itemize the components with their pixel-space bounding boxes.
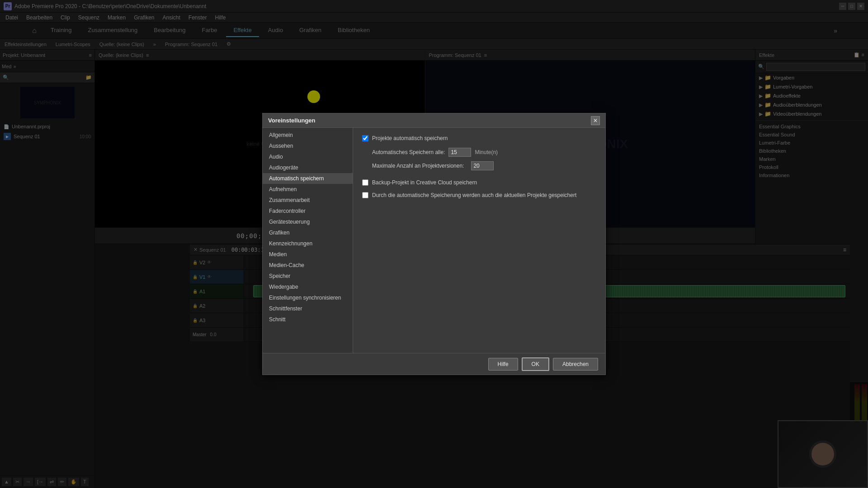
max-versions-row: Maximale Anzahl an Projektversionen: [372, 161, 596, 170]
dialog-nav-item-aussehen[interactable]: Aussehen [263, 141, 353, 151]
auto-save-label: Projekte automatisch speichern [372, 135, 448, 141]
dialog-title-bar: Voreinstellungen ✕ [263, 113, 605, 128]
dialog-body: AllgemeinAussehenAudioAudiogeräteAutomat… [263, 128, 605, 353]
max-versions-input[interactable] [471, 161, 494, 170]
backup-cloud-label: Backup-Projekt in Creative Cloud speiche… [372, 179, 477, 186]
current-projects-checkbox[interactable] [362, 192, 368, 198]
dialog-close-button[interactable]: ✕ [591, 116, 600, 125]
dialog-nav-item-medien[interactable]: Medien [263, 249, 353, 260]
dialog-nav-item-automatisch-speichern[interactable]: Automatisch speichern [263, 173, 353, 184]
dialog-footer: Hilfe OK Abbrechen [263, 353, 605, 375]
interval-row: Automatisches Speichern alle: Minute(n) [372, 148, 596, 157]
cancel-button[interactable]: Abbrechen [553, 358, 598, 371]
spacer [362, 175, 596, 179]
backup-cloud-row: Backup-Projekt in Creative Cloud speiche… [362, 179, 596, 186]
help-button[interactable]: Hilfe [488, 358, 518, 371]
dialog-content: Projekte automatisch speichern Automatis… [353, 128, 605, 353]
dialog-nav-item-fadercontroller[interactable]: Fadercontroller [263, 206, 353, 216]
interval-unit: Minute(n) [475, 149, 498, 155]
backup-cloud-checkbox[interactable] [362, 179, 368, 186]
dialog-nav-item-wiedergabe[interactable]: Wiedergabe [263, 282, 353, 292]
dialog-nav-item-zusammenarbeit[interactable]: Zusammenarbeit [263, 195, 353, 206]
ok-button[interactable]: OK [522, 357, 549, 371]
interval-input[interactable] [448, 148, 471, 157]
dialog-nav-item-aufnehmen[interactable]: Aufnehmen [263, 184, 353, 195]
auto-save-checkbox[interactable] [362, 135, 368, 141]
dialog-nav-item-allgemein[interactable]: Allgemein [263, 130, 353, 141]
auto-save-checkbox-row: Projekte automatisch speichern [362, 135, 596, 141]
dialog-nav-item-schnittfenster[interactable]: Schnittfenster [263, 303, 353, 314]
dialog-nav-item-einstellungen-synchronisieren[interactable]: Einstellungen synchronisieren [263, 292, 353, 303]
dialog-nav-item-audio[interactable]: Audio [263, 151, 353, 162]
dialog-nav-item-schnitt[interactable]: Schnitt [263, 314, 353, 325]
current-projects-label: Durch die automatische Speicherung werde… [372, 192, 576, 198]
dialog-nav-item-kennzeichnungen[interactable]: Kennzeichnungen [263, 238, 353, 249]
preferences-dialog: Voreinstellungen ✕ AllgemeinAussehenAudi… [262, 113, 606, 375]
interval-label: Automatisches Speichern alle: [372, 149, 445, 155]
dialog-nav-item-medien-cache[interactable]: Medien-Cache [263, 260, 353, 271]
dialog-nav-item-audiogeräte[interactable]: Audiogeräte [263, 162, 353, 173]
max-versions-label: Maximale Anzahl an Projektversionen: [372, 163, 464, 169]
current-projects-row: Durch die automatische Speicherung werde… [362, 192, 596, 198]
dialog-title-text: Voreinstellungen [268, 117, 316, 124]
dialog-nav-item-gerätesteuerung[interactable]: Gerätesteuerung [263, 216, 353, 227]
dialog-overlay: Voreinstellungen ✕ AllgemeinAussehenAudi… [0, 0, 868, 488]
dialog-nav-item-speicher[interactable]: Speicher [263, 271, 353, 282]
dialog-nav: AllgemeinAussehenAudioAudiogeräteAutomat… [263, 128, 353, 353]
dialog-nav-item-grafiken[interactable]: Grafiken [263, 227, 353, 238]
